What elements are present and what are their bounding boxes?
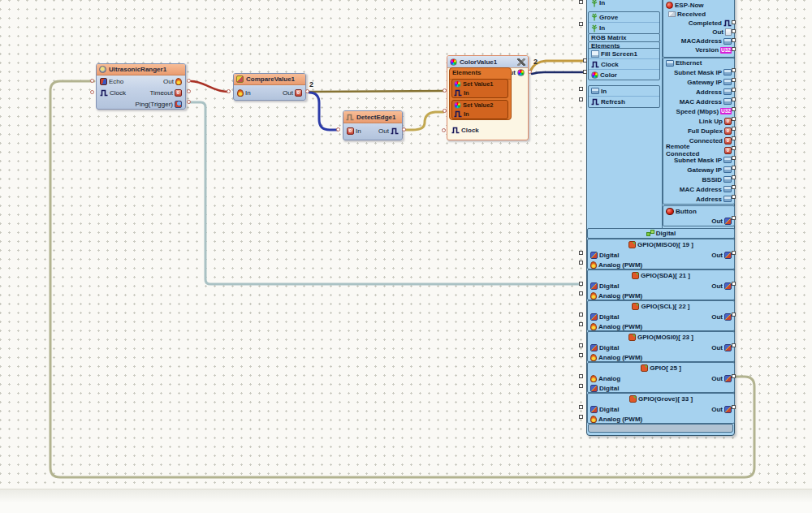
pin-connector[interactable] [732, 20, 736, 24]
pin-connector[interactable] [528, 70, 532, 74]
pin-connector[interactable] [90, 79, 94, 83]
pin-connector[interactable] [732, 78, 736, 82]
pin-connector[interactable] [732, 47, 736, 51]
pin-connector[interactable] [579, 343, 583, 347]
pin-connector[interactable] [732, 251, 736, 255]
ethernet-box[interactable]: EthernetSubnet Mask IPGateway IPAddressM… [663, 58, 735, 205]
board-pin-speed-mbps-[interactable]: Speed (Mbps)U32 [663, 106, 734, 116]
board-pin-gateway-ip[interactable]: Gateway IP [663, 165, 734, 175]
pin-connector[interactable] [579, 415, 583, 419]
gpio-pin-row[interactable]: DigitalOut [588, 312, 734, 321]
pin-out[interactable]: Out [711, 252, 732, 259]
board-pin-mac-address[interactable]: MAC Address [663, 184, 734, 194]
board-pin-out[interactable]: Out [663, 28, 734, 37]
pin-clock[interactable]: Clock [451, 127, 479, 134]
element-set-value1[interactable]: Set Value1 In [451, 79, 508, 98]
gpio-pin-row[interactable]: AnalogOut [588, 373, 734, 383]
board-pin-address[interactable]: Address [663, 87, 734, 97]
gpio-pin-row[interactable]: DigitalOut [588, 281, 734, 291]
gpio-title-row[interactable]: GPIO(Grove)[ 33 ] [588, 394, 734, 404]
pin-connector[interactable] [732, 38, 736, 42]
pin-connector[interactable] [579, 97, 583, 101]
board-pin-remote-connected[interactable]: Remote Connected0 [663, 145, 734, 155]
wire-detect-to-setvalue2[interactable] [406, 112, 443, 130]
pin-connector[interactable] [187, 89, 191, 93]
button-box[interactable]: ButtonOut [663, 205, 735, 226]
pin-connector[interactable] [187, 79, 191, 83]
gpio-section-1[interactable]: GPIO(MISO0)[ 19 ]DigitalOutAnalog (PWM) [587, 239, 735, 269]
gpio-section-4[interactable]: GPIO(MOSI0)[ 23 ]DigitalOutAnalog (PWM) [587, 331, 735, 362]
board-pin-completed[interactable]: Completed [663, 19, 734, 28]
gpio-title-row[interactable]: GPIO(SDA)[ 21 ] [588, 270, 734, 281]
pin-in[interactable]: 0In [347, 127, 361, 135]
pin-connector[interactable] [579, 22, 583, 26]
pin-connector[interactable] [732, 374, 736, 378]
board-pin-in[interactable]: In [589, 86, 659, 97]
pin-connector[interactable] [336, 127, 340, 131]
pin-out[interactable]: Out [378, 127, 399, 135]
gpio-pin-row[interactable]: DigitalOut [588, 404, 734, 414]
pin-connector[interactable] [579, 353, 583, 357]
gpio-section-2[interactable]: GPIO(SDA)[ 21 ]DigitalOutAnalog (PWM) [587, 269, 735, 300]
pin-connector[interactable] [90, 90, 94, 94]
pin-connector[interactable] [443, 88, 447, 93]
pin-connector[interactable] [579, 313, 583, 317]
pin-out[interactable]: Out [711, 344, 732, 351]
pin-out[interactable]: Out [711, 406, 732, 413]
pin-connector[interactable] [442, 128, 446, 132]
pin-connector[interactable] [732, 216, 736, 220]
block-colorvalue1[interactable]: ColorValue1 Out Elements Set Value1 In S… [447, 55, 529, 140]
board-pin-gateway-ip[interactable]: Gateway IP [663, 77, 734, 87]
pin-out[interactable]: Out [163, 78, 182, 85]
wire-compare-to-detect[interactable] [309, 93, 337, 130]
gpio-title-row[interactable]: GPIO(MOSI0)[ 23 ] [588, 332, 734, 343]
pin-in[interactable]: In [237, 89, 251, 97]
pin-connector[interactable] [732, 313, 736, 317]
board-pin-button-out[interactable]: Out [663, 216, 734, 226]
pin-out[interactable]: Out [711, 375, 732, 382]
pin-connector[interactable] [305, 89, 309, 93]
pin-connector[interactable] [579, 291, 583, 295]
pin-connector[interactable] [732, 405, 736, 409]
gpio-pin-row[interactable]: Analog (PWM) [588, 260, 734, 269]
wire-colorvalue-to-color[interactable] [532, 72, 584, 74]
pin-connector[interactable] [732, 88, 736, 92]
board-pin-clock[interactable]: Clock [589, 59, 659, 70]
pin-connector[interactable] [732, 195, 736, 199]
pin-connector[interactable] [579, 384, 583, 388]
pin-connector[interactable] [732, 107, 736, 111]
gpio-title-row[interactable]: GPIO(MISO0)[ 19 ] [588, 239, 734, 250]
board-pin-subnet-mask-ip[interactable]: Subnet Mask IP [663, 67, 734, 77]
gpio-pin-row[interactable]: Analog (PWM) [588, 414, 734, 424]
pin-connector[interactable] [732, 68, 736, 72]
wire-colorvalue-to-clock[interactable] [531, 61, 584, 70]
gpio-pin-row[interactable]: DigitalOut [588, 343, 734, 352]
gpio-pin-row[interactable]: Analog (PWM) [588, 321, 734, 331]
board-pin-bssid[interactable]: BSSID [663, 175, 734, 184]
board-pin-in-top[interactable]: In [589, 0, 660, 8]
gpio-section-3[interactable]: GPIO(SCL)[ 22 ]DigitalOutAnalog (PWM) [587, 300, 735, 331]
board-pin-fill-screen1[interactable]: Fill Screen1 [589, 49, 659, 59]
gpio-section-5[interactable]: GPIO[ 25 ]AnalogOutDigital [587, 362, 735, 393]
block-ultrasonicranger1[interactable]: UltrasonicRanger1 Echo Out Clock Timeout… [96, 63, 186, 110]
board-pin-mac-address[interactable]: MAC Address [663, 97, 734, 106]
grove-box[interactable]: Grove In [588, 11, 660, 34]
pin-timeout[interactable]: Timeout0 [149, 89, 182, 97]
pin-connector[interactable] [732, 343, 736, 347]
gpio-pin-row[interactable]: Analog (PWM) [588, 352, 734, 362]
board-pin-link-up[interactable]: Link Up0 [663, 116, 734, 126]
pin-connector[interactable] [732, 156, 736, 160]
pin-connector[interactable] [732, 146, 736, 150]
button-header[interactable]: Button [663, 206, 734, 216]
gpio-section-6[interactable]: GPIO(Grove)[ 33 ]DigitalOutAnalog (PWM) [587, 393, 735, 424]
wire-out-to-compare[interactable] [191, 81, 227, 92]
wire-compare-to-setvalue1[interactable] [309, 91, 443, 92]
pin-connector[interactable] [732, 282, 736, 286]
pin-connector[interactable] [732, 97, 736, 101]
pin-connector[interactable] [732, 185, 736, 189]
block-header[interactable]: UltrasonicRanger1 [97, 64, 185, 75]
block-header[interactable]: CompareValue1 [234, 74, 305, 85]
pin-connector[interactable] [732, 166, 736, 170]
pin-connector[interactable] [579, 282, 583, 286]
pin-connector[interactable] [579, 0, 583, 4]
